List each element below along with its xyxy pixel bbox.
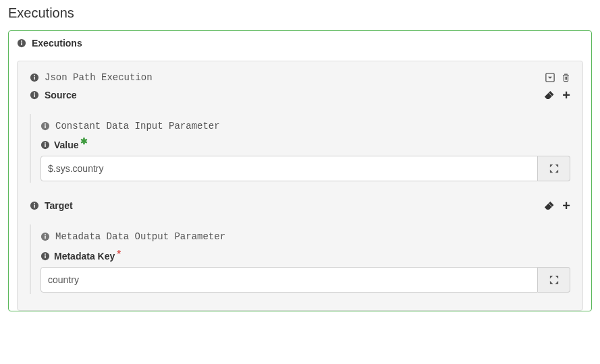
source-header-row: Source + [30,88,570,102]
value-field-label: Value [54,140,79,150]
dropdown-icon[interactable] [545,73,555,82]
eraser-icon[interactable] [544,90,555,100]
svg-rect-17 [34,205,35,208]
target-sub-section: Metadata Data Output Parameter Metadata … [30,224,570,294]
svg-point-9 [34,92,35,94]
source-param-type: Constant Data Input Parameter [55,121,220,131]
svg-rect-23 [45,255,46,257]
plus-icon[interactable]: + [562,88,570,102]
expand-icon [549,275,559,284]
expand-button[interactable] [538,156,570,181]
source-label: Source [45,90,76,100]
info-icon [40,121,50,131]
field-marker-red: * [117,247,121,259]
metadata-key-input-group [40,267,570,293]
execution-card: Json Path Execution Source [17,61,583,311]
svg-rect-11 [45,125,46,128]
card-type-row: Json Path Execution [30,72,570,83]
metadata-key-input[interactable] [40,267,538,293]
expand-icon [549,164,559,173]
info-icon [30,201,39,210]
panel-header: Executions [17,38,583,49]
info-icon [30,73,39,82]
metadata-key-field-label: Metadata Key [54,251,115,262]
target-header-row: Target + [30,199,570,212]
executions-panel: Executions Json Path Execution [8,30,592,311]
eraser-icon[interactable] [544,201,555,210]
svg-point-5 [34,75,35,76]
svg-rect-20 [45,236,46,239]
svg-point-21 [45,234,46,235]
svg-point-15 [45,142,46,144]
svg-point-2 [21,40,22,42]
svg-point-24 [45,253,46,254]
plus-icon[interactable]: + [562,199,570,212]
value-input-group [40,156,570,181]
svg-point-18 [34,203,35,204]
info-icon [17,38,26,48]
svg-rect-14 [45,144,46,147]
info-icon [40,251,50,261]
page-title: Executions [0,0,600,30]
panel-title: Executions [32,38,82,49]
svg-rect-8 [34,94,35,97]
trash-icon[interactable] [562,73,570,82]
value-input[interactable] [40,156,538,181]
info-icon [30,90,39,100]
card-type-label: Json Path Execution [45,72,153,83]
source-sub-section: Constant Data Input Parameter Value ✱ [30,114,570,183]
expand-button[interactable] [538,267,570,293]
svg-point-12 [45,123,46,125]
target-param-type: Metadata Data Output Parameter [55,231,225,242]
svg-rect-1 [21,42,22,45]
info-icon [40,232,50,241]
svg-rect-4 [34,77,35,80]
info-icon [40,140,50,150]
field-marker-green: ✱ [80,136,88,146]
target-label: Target [45,200,73,211]
